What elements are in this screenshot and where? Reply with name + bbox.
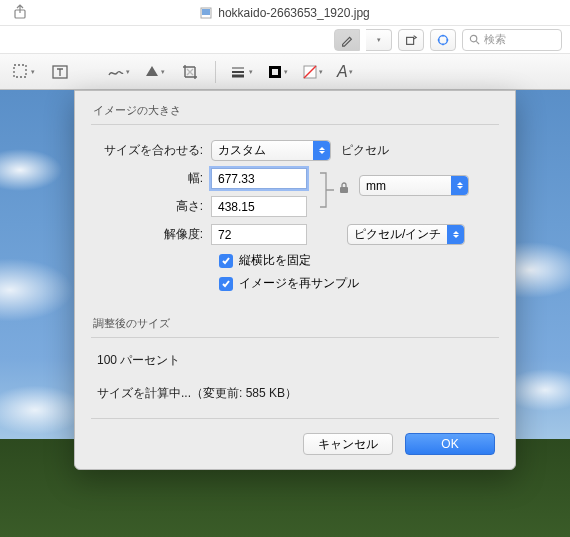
cancel-button[interactable]: キャンセル (303, 433, 393, 455)
lock-icon[interactable] (337, 181, 351, 199)
image-canvas: イメージの大きさ サイズを合わせる: カスタム ピクセル 幅: 高さ: (0, 90, 570, 537)
section-title-image-size: イメージの大きさ (75, 91, 515, 124)
resample-label: イメージを再サンプル (239, 275, 359, 292)
fit-into-label: サイズを合わせる: (93, 142, 211, 159)
section-title-result: 調整後のサイズ (75, 304, 515, 337)
link-bracket-icon (318, 170, 336, 210)
svg-point-5 (470, 35, 476, 41)
stepper-arrows-icon (447, 225, 464, 244)
resolution-input[interactable] (211, 224, 307, 245)
dimension-unit-select[interactable]: mm (359, 175, 469, 196)
svg-rect-6 (14, 65, 26, 77)
window-title: hokkaido-2663653_1920.jpg (218, 6, 369, 20)
text-tool[interactable] (49, 61, 71, 83)
height-input[interactable] (211, 196, 307, 217)
dimension-unit-value: mm (366, 179, 386, 193)
width-label: 幅: (93, 170, 211, 187)
markup-button[interactable] (334, 29, 360, 51)
svg-point-4 (439, 35, 448, 44)
svg-rect-12 (340, 187, 348, 193)
titlebar: hokkaido-2663653_1920.jpg (0, 0, 570, 26)
search-input[interactable]: 検索 (462, 29, 562, 51)
resolution-unit-value: ピクセル/インチ (354, 226, 441, 243)
adjust-color-tool[interactable]: ▾ (144, 64, 165, 80)
image-size-dialog: イメージの大きさ サイズを合わせる: カスタム ピクセル 幅: 高さ: (74, 90, 516, 470)
height-label: 高さ: (93, 198, 211, 215)
rotate-button[interactable] (398, 29, 424, 51)
resolution-label: 解像度: (93, 226, 211, 243)
scale-proportionally-checkbox[interactable]: 縦横比を固定 (219, 252, 497, 269)
window-toolbar: ▾ 検索 (0, 26, 570, 54)
svg-rect-3 (407, 37, 414, 44)
border-color-tool[interactable]: ▾ (267, 64, 288, 80)
scale-proportionally-label: 縦横比を固定 (239, 252, 311, 269)
selection-tool[interactable]: ▾ (12, 63, 35, 81)
separator (215, 61, 216, 83)
fill-color-tool[interactable]: ▾ (302, 64, 323, 80)
ok-button[interactable]: OK (405, 433, 495, 455)
highlight-button[interactable] (430, 29, 456, 51)
fit-into-select[interactable]: カスタム (211, 140, 331, 161)
checkmark-icon (219, 254, 233, 268)
line-style-tool[interactable]: ▾ (230, 64, 253, 80)
resolution-unit-select[interactable]: ピクセル/インチ (347, 224, 465, 245)
share-icon[interactable] (12, 4, 28, 23)
file-icon (200, 7, 212, 19)
checkmark-icon (219, 277, 233, 291)
fit-into-unit: ピクセル (341, 142, 389, 159)
fit-into-value: カスタム (218, 142, 266, 159)
markup-toolbar: ▾ ▾ ▾ ▾ ▾ ▾ A▾ (0, 54, 570, 90)
result-percent: 100 パーセント (97, 352, 493, 369)
sign-tool[interactable]: ▾ (107, 63, 130, 81)
crop-tool[interactable] (179, 61, 201, 83)
result-size-text: サイズを計算中...（変更前: 585 KB） (97, 385, 493, 402)
width-input[interactable] (211, 168, 307, 189)
search-placeholder: 検索 (484, 32, 506, 47)
stepper-arrows-icon (313, 141, 330, 160)
text-style-tool[interactable]: A▾ (337, 63, 353, 81)
markup-dropdown[interactable]: ▾ (366, 29, 392, 51)
stepper-arrows-icon (451, 176, 468, 195)
svg-rect-2 (202, 9, 210, 15)
svg-rect-9 (272, 69, 278, 75)
resample-checkbox[interactable]: イメージを再サンプル (219, 275, 497, 292)
